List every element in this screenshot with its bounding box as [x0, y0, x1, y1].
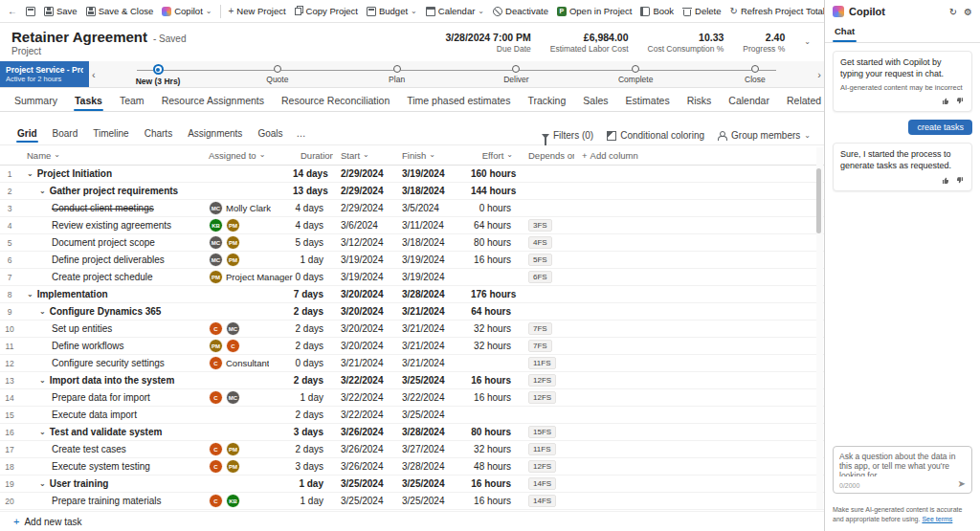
open-in-project-button[interactable]: POpen in Project — [553, 4, 635, 18]
process-nav-right[interactable]: › — [814, 61, 824, 87]
add-column-button[interactable]: +Add column — [574, 150, 824, 161]
history-icon[interactable]: ↻ — [949, 7, 957, 17]
conditional-coloring-button[interactable]: Conditional coloring — [605, 128, 706, 143]
add-new-task-button[interactable]: + Add new task — [0, 511, 824, 531]
more-views-icon[interactable]: … — [291, 124, 312, 143]
bpf-stage-deliver[interactable]: Deliver — [457, 61, 576, 87]
task-row[interactable]: 21Conduct user training sessionsKBC0 day… — [0, 510, 824, 511]
task-row[interactable]: 14Prepare data for importCMC1 day3/22/20… — [0, 389, 824, 407]
task-row[interactable]: 4Review existing agreementsKBPM4 days3/6… — [0, 217, 824, 234]
task-row[interactable]: 11Define workflowsPMC2 days3/20/20243/21… — [0, 338, 824, 355]
row-number: 6 — [0, 255, 19, 265]
settings-gear-icon[interactable]: ⚙ — [964, 7, 972, 17]
book-button[interactable]: Book — [636, 4, 678, 18]
tab-resource-assignments[interactable]: Resource Assignments — [153, 90, 273, 111]
bpf-stage-complete[interactable]: Complete — [576, 61, 696, 87]
chevron-down-icon[interactable]: ⌄ — [804, 38, 811, 46]
task-row[interactable]: 16⌄Test and validate system3 days3/26/20… — [0, 424, 824, 441]
column-start[interactable]: Start⌄ — [333, 150, 394, 161]
back-button[interactable]: ← — [4, 5, 21, 18]
view-tab-timeline[interactable]: Timeline — [85, 124, 136, 143]
task-row[interactable]: 12Configure security settingsCConsultant… — [0, 355, 824, 372]
column-assigned-to[interactable]: Assigned to⌄ — [201, 150, 293, 161]
tab-tracking[interactable]: Tracking — [519, 90, 574, 111]
delete-button[interactable]: Delete — [679, 4, 724, 18]
refresh-project-totals-button[interactable]: ↻Refresh Project Totals — [726, 4, 824, 18]
process-nav-left[interactable]: ‹ — [89, 61, 99, 87]
view-tab-grid[interactable]: Grid — [10, 124, 45, 143]
bpf-stage-quote[interactable]: Quote — [217, 61, 337, 87]
collapse-icon[interactable]: ⌄ — [39, 377, 46, 385]
new-project-button[interactable]: +New Project — [225, 4, 290, 18]
save-button[interactable]: Save — [40, 4, 81, 18]
task-row[interactable]: 1⌄Project Initiation14 days2/29/20243/19… — [0, 166, 824, 183]
task-row[interactable]: 5Document project scopeMCPM5 days3/12/20… — [0, 234, 824, 252]
avatar: MC — [209, 253, 223, 267]
copy-project-button[interactable]: Copy Project — [291, 4, 362, 18]
collapse-icon[interactable]: ⌄ — [39, 429, 46, 436]
tab-chat[interactable]: Chat — [833, 23, 857, 42]
scrollbar-thumb[interactable] — [816, 168, 821, 233]
tab-time-phased-estimates[interactable]: Time phased estimates — [398, 90, 519, 111]
task-row[interactable]: 17Create test casesCPM2 days3/26/20243/2… — [0, 441, 824, 458]
collapse-icon[interactable]: ⌄ — [27, 170, 33, 178]
chat-input[interactable] — [839, 452, 966, 476]
send-icon[interactable]: ➤ — [958, 479, 966, 489]
bpf-stage-close[interactable]: Close — [696, 61, 815, 87]
column-duration[interactable]: Duration⌄ — [293, 150, 333, 161]
thumbs-down-icon[interactable] — [956, 97, 965, 105]
deactivate-button[interactable]: Deactivate — [489, 4, 552, 18]
save-and-close-button[interactable]: Save & Close — [82, 4, 158, 18]
column-finish[interactable]: Finish⌄ — [394, 150, 471, 161]
task-row[interactable]: 18Execute system testingCPM3 days3/26/20… — [0, 458, 824, 476]
collapse-icon[interactable]: ⌄ — [39, 188, 46, 195]
calendar-button[interactable]: Calendar⌄ — [422, 4, 488, 18]
view-tab-goals[interactable]: Goals — [250, 124, 290, 143]
task-row[interactable]: 3Conduct client meetingsMCMolly Clark4 d… — [0, 200, 824, 217]
tab-team[interactable]: Team — [111, 90, 153, 111]
thumbs-up-icon[interactable] — [941, 176, 949, 185]
task-row[interactable]: 8⌄Implementation7 days3/20/20243/28/2024… — [0, 286, 824, 303]
process-name-box[interactable]: Project Service - Project ... Active for… — [0, 61, 89, 87]
budget-button[interactable]: Budget⌄ — [363, 4, 421, 18]
tab-estimates[interactable]: Estimates — [617, 90, 679, 111]
task-row[interactable]: 6Define project deliverablesMCPM1 day3/1… — [0, 252, 824, 269]
collapse-icon[interactable]: ⌄ — [39, 480, 46, 488]
vertical-scrollbar[interactable] — [816, 147, 823, 509]
tab-risks[interactable]: Risks — [679, 90, 721, 111]
see-terms-link[interactable]: See terms — [922, 516, 952, 522]
copilot-menu-button[interactable]: Copilot⌄ — [158, 4, 215, 18]
bpf-stage-new-3-hrs[interactable]: New (3 Hrs) — [99, 61, 218, 87]
task-row[interactable]: 13⌄Import data into the system2 days3/22… — [0, 372, 824, 389]
task-row[interactable]: 15Execute data import2 days3/22/20243/25… — [0, 407, 824, 424]
tab-label: Tasks — [75, 95, 102, 106]
column-effort[interactable]: Effort⌄ — [471, 150, 521, 161]
tab-related[interactable]: Related⌄ — [778, 90, 824, 111]
column-depends-on[interactable]: Depends on⌄ — [521, 150, 574, 161]
filters-button[interactable]: Filters (0) — [540, 128, 595, 143]
task-row[interactable]: 2⌄Gather project requirements13 days2/29… — [0, 183, 824, 200]
tab-calendar[interactable]: Calendar — [720, 90, 778, 111]
task-row[interactable]: 7Create project schedulePMProject Manage… — [0, 269, 824, 286]
bpf-stage-plan[interactable]: Plan — [337, 61, 457, 87]
tab-tasks[interactable]: Tasks — [66, 90, 111, 111]
task-name-cell: Define workflows — [19, 341, 201, 351]
tab-summary[interactable]: Summary — [6, 90, 66, 111]
tab-resource-reconciliation[interactable]: Resource Reconciliation — [273, 90, 398, 111]
collapse-icon[interactable]: ⌄ — [39, 308, 46, 316]
thumbs-up-icon[interactable] — [941, 97, 949, 105]
column-name[interactable]: Name⌄ — [19, 150, 201, 161]
tab-sales[interactable]: Sales — [574, 90, 616, 111]
view-tab-assignments[interactable]: Assignments — [180, 124, 250, 143]
task-row[interactable]: 10Set up entitiesCMC2 days3/20/20243/21/… — [0, 321, 824, 338]
expand-button[interactable] — [22, 5, 39, 18]
view-tab-charts[interactable]: Charts — [137, 124, 180, 143]
task-row[interactable]: 9⌄Configure Dynamics 3652 days3/20/20243… — [0, 303, 824, 321]
view-tab-board[interactable]: Board — [45, 124, 86, 143]
thumbs-down-icon[interactable] — [956, 176, 965, 185]
collapse-icon[interactable]: ⌄ — [27, 291, 33, 299]
task-row[interactable]: 19⌄User training1 day3/25/20243/25/20241… — [0, 476, 824, 493]
group-members-button[interactable]: Group members⌄ — [716, 128, 813, 143]
chevron-down-icon: ⌄ — [411, 8, 417, 15]
task-row[interactable]: 20Prepare training materialsCKB1 day3/25… — [0, 493, 824, 510]
